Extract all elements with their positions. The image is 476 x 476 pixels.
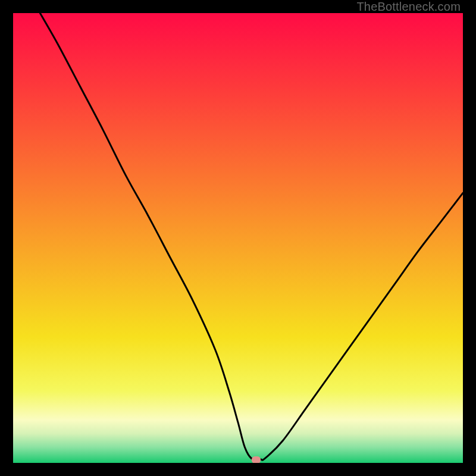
watermark-text: TheBottleneck.com (356, 0, 461, 14)
plot-area (13, 13, 463, 463)
minimum-marker (252, 456, 261, 463)
chart-frame: TheBottleneck.com (0, 0, 476, 476)
bottleneck-curve (13, 13, 463, 463)
